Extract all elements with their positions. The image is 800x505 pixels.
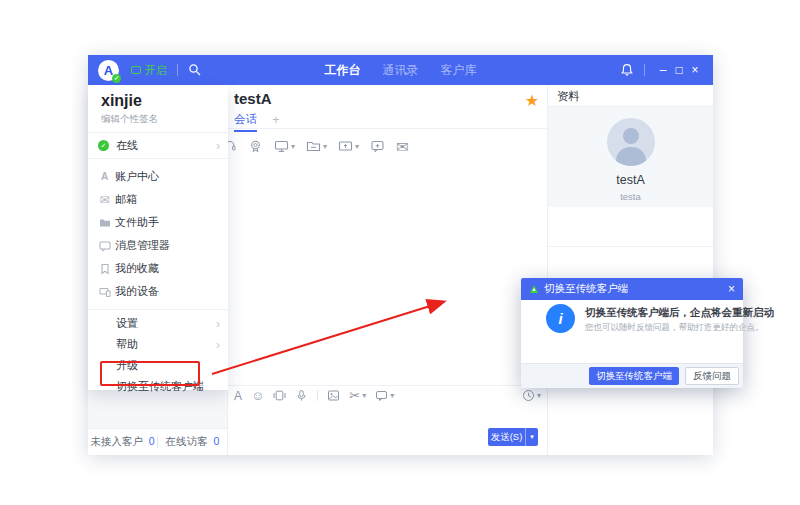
profile-panel: 资料 testA testa: [548, 85, 713, 455]
mail-icon[interactable]: ✉: [396, 139, 409, 154]
online-visitors-count: 0: [214, 435, 220, 447]
caret-down-icon: ▾: [355, 142, 359, 151]
profile-subname: testa: [548, 191, 713, 202]
app-window: A ✓ 开启 工作台 通讯录 客户库: [88, 55, 713, 455]
profile-card: testA testa: [548, 107, 713, 207]
dialog-body: i 切换至传统客户端后，企点将会重新启动 您也可以随时反馈问题，帮助打造更好的企…: [521, 300, 743, 363]
menu-item-favorites[interactable]: 我的收藏: [88, 257, 228, 280]
avatar: [607, 118, 655, 166]
topbar: A ✓ 开启 工作台 通讯录 客户库: [88, 55, 713, 85]
switch-client-confirm-button[interactable]: 切换至传统客户端: [589, 367, 679, 385]
close-button[interactable]: ×: [687, 55, 703, 85]
topbar-right: – □ ×: [620, 55, 703, 85]
menu-header: xinjie 编辑个性签名: [88, 85, 228, 133]
logo-online-check-icon: ✓: [112, 74, 121, 83]
badge-icon[interactable]: [248, 139, 263, 154]
remote-desktop-icon[interactable]: ▾: [274, 139, 295, 154]
app-logo-icon[interactable]: A ✓: [98, 60, 119, 81]
bell-icon[interactable]: [620, 63, 634, 77]
online-status-icon: ✓: [98, 140, 109, 151]
image-icon[interactable]: [327, 389, 340, 402]
tab-session[interactable]: 会话: [234, 112, 257, 132]
switch-client-dialog: 切换至传统客户端 × i 切换至传统客户端后，企点将会重新启动 您也可以随时反馈…: [521, 278, 743, 388]
monitor-mini-icon: [131, 66, 141, 74]
send-options-caret-icon[interactable]: ▾: [525, 428, 538, 446]
font-style-icon[interactable]: A: [234, 390, 242, 402]
chat-tabbar: 会话 +: [228, 115, 547, 129]
menu-item-switch-classic-client[interactable]: 切换至传统客户端: [88, 376, 228, 397]
pending-customers-count: 0: [149, 435, 155, 447]
maximize-button[interactable]: □: [671, 55, 687, 85]
message-history-icon[interactable]: ▾: [522, 389, 541, 402]
online-visitors-label: 在线访客: [166, 435, 208, 447]
caret-down-icon: ▾: [390, 391, 394, 400]
service-open-badge[interactable]: 开启: [131, 63, 167, 78]
user-dropdown-menu: xinjie 编辑个性签名 ✓ 在线 › A 账户中心 ✉ 邮箱: [88, 85, 228, 390]
microphone-icon[interactable]: [295, 389, 308, 402]
send-button-label: 发送(S): [488, 431, 525, 444]
dialog-logo-icon: [529, 284, 539, 294]
screen-share-icon[interactable]: ▾: [338, 139, 359, 154]
bookmark-icon: [98, 262, 111, 275]
quick-reply-icon[interactable]: [370, 139, 385, 154]
caret-down-icon: ▾: [323, 142, 327, 151]
search-icon[interactable]: [188, 63, 202, 77]
profile-tabbar: 资料: [548, 85, 713, 107]
message-manager-icon: [98, 239, 111, 252]
dialog-titlebar: 切换至传统客户端 ×: [521, 278, 743, 300]
menu-username: xinjie: [101, 92, 215, 110]
message-input-toolbar: A ☺: [228, 385, 547, 405]
tab-customers[interactable]: 客户库: [441, 62, 477, 79]
star-favorite-icon[interactable]: ★: [525, 91, 539, 110]
window-shake-icon[interactable]: [273, 389, 286, 402]
profile-section-divider: [548, 246, 713, 247]
tab-workbench[interactable]: 工作台: [325, 62, 361, 79]
menu-item-my-devices[interactable]: 我的设备: [88, 280, 228, 303]
menu-item-settings[interactable]: 设置 ›: [88, 313, 228, 334]
devices-icon: [98, 285, 111, 298]
dialog-footer: 切换至传统客户端 反馈问题: [521, 363, 743, 388]
file-transfer-icon[interactable]: ▾: [306, 139, 327, 154]
add-tab-button[interactable]: +: [272, 112, 280, 127]
chevron-right-icon: ›: [216, 339, 220, 351]
chat-toolbar: ▾ ▾ ▾: [222, 139, 409, 154]
folder-icon: [98, 216, 111, 229]
edit-signature-link[interactable]: 编辑个性签名: [101, 113, 215, 126]
screenshot-icon[interactable]: ✂ ▾: [349, 389, 366, 402]
caret-down-icon: ▾: [291, 142, 295, 151]
feedback-button[interactable]: 反馈问题: [685, 367, 739, 385]
online-visitors[interactable]: 在线访客 0: [158, 435, 227, 449]
menu-item-mailbox[interactable]: ✉ 邮箱: [88, 188, 228, 211]
info-icon: i: [546, 304, 575, 333]
emoji-icon[interactable]: ☺: [251, 389, 264, 402]
avatar-head-shape: [623, 128, 639, 144]
menu-item-upgrade[interactable]: 升级: [88, 355, 228, 376]
menu-item-message-manager[interactable]: 消息管理器: [88, 234, 228, 257]
visitor-status-bar: 未接入客户 0 在线访客 0: [88, 428, 227, 455]
topbar-divider: [644, 64, 645, 76]
minimize-button[interactable]: –: [655, 55, 671, 85]
account-icon: A: [98, 170, 111, 183]
chevron-right-icon: ›: [216, 140, 220, 152]
menu-item-status[interactable]: ✓ 在线 ›: [88, 133, 228, 159]
menu-item-file-assistant[interactable]: 文件助手: [88, 211, 228, 234]
dialog-close-icon[interactable]: ×: [728, 283, 735, 295]
topbar-divider: [177, 64, 178, 76]
open-badge-label: 开启: [145, 63, 167, 78]
caret-down-icon: ▾: [362, 391, 366, 400]
chat-window-icon[interactable]: ▾: [375, 389, 394, 402]
menu-group-primary: A 账户中心 ✉ 邮箱 文件助手: [88, 159, 228, 310]
pending-customers[interactable]: 未接入客户 0: [88, 435, 157, 449]
menu-item-account-center[interactable]: A 账户中心: [88, 165, 228, 188]
chat-panel: testA ★ 会话 +: [228, 85, 548, 455]
toolbar-divider: [317, 390, 318, 401]
profile-name: testA: [548, 173, 713, 187]
menu-item-help[interactable]: 帮助 ›: [88, 334, 228, 355]
status-label: 在线: [116, 138, 138, 153]
send-button[interactable]: 发送(S) ▾: [488, 428, 538, 446]
dialog-title: 切换至传统客户端: [544, 282, 628, 296]
tab-contacts[interactable]: 通讯录: [383, 62, 419, 79]
dialog-submessage: 您也可以随时反馈问题，帮助打造更好的企点。: [585, 322, 764, 334]
dialog-message: 切换至传统客户端后，企点将会重新启动: [585, 306, 774, 320]
chat-title: testA: [234, 90, 272, 107]
